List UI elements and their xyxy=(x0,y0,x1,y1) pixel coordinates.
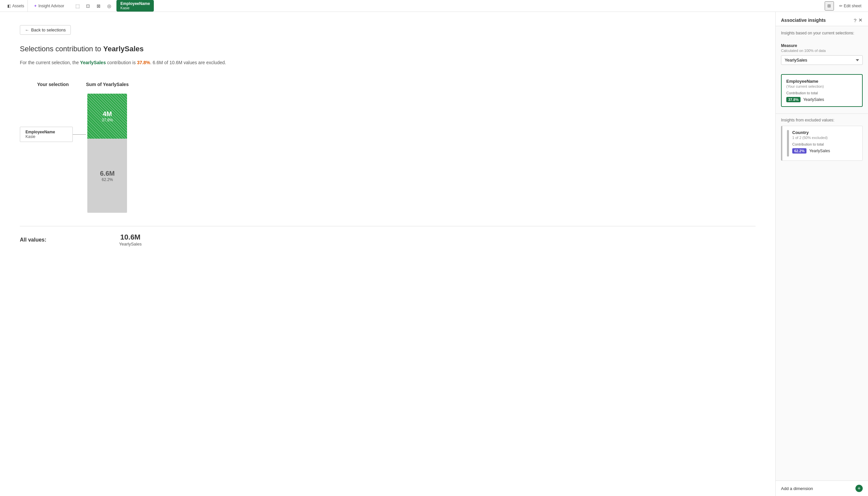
edit-sheet-btn[interactable]: ✏ Edit sheet xyxy=(837,2,864,10)
toolbar-icons: ⬚ ⊡ ⊠ ◎ xyxy=(73,1,114,11)
page-title: Selections contribution to YearlySales xyxy=(20,45,756,53)
bar-gray: 6.6M 62.2% xyxy=(87,139,127,213)
bar-gray-value: 6.6M xyxy=(100,170,114,177)
assets-label: Assets xyxy=(12,4,24,8)
bar-green: 4M 37.8% xyxy=(87,94,127,139)
country-contrib-label: Contribution to total xyxy=(792,142,858,146)
all-values-section: All values: 10.6M YearlySales xyxy=(20,226,756,247)
country-card-title: Country xyxy=(792,130,858,135)
assets-icon: ◧ xyxy=(7,4,11,8)
panel-measure-label: Measure xyxy=(781,43,863,48)
subtitle-pct: 37.8% xyxy=(137,60,150,65)
bar-container: 4M 37.8% 6.6M 62.2% xyxy=(87,94,127,213)
employee-contrib-row: 37.8% YearlySales xyxy=(786,97,857,102)
circle-tool-btn[interactable]: ◎ xyxy=(105,1,114,11)
employee-card: EmployeeName (Your current selection) Co… xyxy=(781,74,863,107)
panel-measure-sub: Calculated on 100% of data xyxy=(781,49,863,52)
lasso-tool-btn[interactable]: ⊡ xyxy=(83,1,93,11)
employee-contrib-label: Contribution to total xyxy=(786,91,857,95)
selection-box: EmployeeName Kasie xyxy=(20,127,73,142)
subtitle-prefix: For the current selection, the xyxy=(20,60,80,65)
connector xyxy=(73,134,86,135)
employee-card-subtitle: (Your current selection) xyxy=(786,84,857,88)
insight-label: Insight Advisor xyxy=(38,4,64,8)
chart-right-label: Sum of YearlySales xyxy=(86,82,129,87)
add-dimension-btn[interactable]: + xyxy=(855,485,863,492)
panel-measure-section: Measure Calculated on 100% of data Yearl… xyxy=(776,43,868,69)
all-values-num: 10.6M xyxy=(119,233,142,242)
employee-badge: 37.8% xyxy=(786,97,801,102)
topbar: ◧ Assets ✦ Insight Advisor ⬚ ⊡ ⊠ ◎ Emplo… xyxy=(0,0,868,12)
country-badge-label: YearlySales xyxy=(809,149,830,153)
bar-gray-pct: 62.2% xyxy=(101,177,113,182)
bar-green-value: 4M xyxy=(103,110,112,118)
excluded-title: Insights from excluded values: xyxy=(781,118,863,122)
panel-header: Associative insights ? ✕ xyxy=(776,12,868,26)
selection-field: EmployeeName xyxy=(26,130,67,134)
country-card-subtitle: 1 of 2 (50% excluded) xyxy=(792,136,858,140)
grid-view-btn[interactable]: ⊞ xyxy=(825,1,834,11)
subtitle-measure: YearlySales xyxy=(80,60,106,65)
edit-sheet-label: Edit sheet xyxy=(844,4,862,8)
panel-header-icons: ? ✕ xyxy=(854,17,863,23)
tab-title: EmployeeName xyxy=(121,1,150,6)
country-contrib-row: 62.2% YearlySales xyxy=(792,148,858,154)
back-to-selections-btn[interactable]: ← Back to selections xyxy=(20,25,71,35)
right-panel: Associative insights ? ✕ Insights based … xyxy=(775,12,868,496)
insight-icon: ✦ xyxy=(34,4,37,8)
pencil-icon: ✏ xyxy=(839,4,842,8)
add-dimension-label: Add a dimension xyxy=(781,486,813,491)
panel-insights-subtitle: Insights based on your current selection… xyxy=(781,31,863,35)
range-tool-btn[interactable]: ⊠ xyxy=(94,1,103,11)
subtitle: For the current selection, the YearlySal… xyxy=(20,60,756,65)
chart-right: Sum of YearlySales 4M 37.8% 6.6M 62.2% xyxy=(86,82,129,213)
all-values-sub: YearlySales xyxy=(119,242,142,247)
country-badge: 62.2% xyxy=(792,148,806,154)
all-values-label: All values: xyxy=(20,237,46,243)
select-tool-btn[interactable]: ⬚ xyxy=(73,1,82,11)
panel-insights-subtitle-section: Insights based on your current selection… xyxy=(776,26,868,43)
panel-title: Associative insights xyxy=(781,17,826,23)
employee-card-title: EmployeeName xyxy=(786,79,857,84)
subtitle-suffix: . 6.6M of 10.6M values are excluded. xyxy=(150,60,226,65)
panel-employee-card-section: EmployeeName (Your current selection) Co… xyxy=(776,69,868,112)
measure-select[interactable]: YearlySales xyxy=(781,55,863,65)
panel-help-btn[interactable]: ? xyxy=(854,17,856,23)
employee-tab[interactable]: EmployeeName Kasie xyxy=(116,0,154,12)
all-values-data: 10.6M YearlySales xyxy=(119,233,142,247)
excluded-section: Insights from excluded values: Country 1… xyxy=(776,115,868,169)
chart-left-label: Your selection xyxy=(37,82,68,87)
title-measure: YearlySales xyxy=(103,45,144,53)
back-btn-label: Back to selections xyxy=(31,28,66,32)
selection-value: Kasie xyxy=(26,134,67,139)
bar-green-pct: 37.8% xyxy=(101,118,113,122)
main-layout: ← Back to selections Selections contribu… xyxy=(0,12,868,496)
panel-close-btn[interactable]: ✕ xyxy=(858,17,863,23)
insight-advisor-tab[interactable]: ✦ Insight Advisor xyxy=(30,0,67,12)
subtitle-middle: contribution is xyxy=(106,60,137,65)
country-card: Country 1 of 2 (50% excluded) Contributi… xyxy=(781,126,863,161)
chart-section: Your selection EmployeeName Kasie Sum of… xyxy=(20,82,756,213)
employee-badge-label: YearlySales xyxy=(803,97,824,102)
assets-tab[interactable]: ◧ Assets xyxy=(4,0,28,12)
title-prefix: Selections contribution to xyxy=(20,45,103,53)
content-area: ← Back to selections Selections contribu… xyxy=(0,12,775,496)
back-arrow-icon: ← xyxy=(25,28,29,32)
tab-sub: Kasie xyxy=(121,6,150,10)
add-dimension-row[interactable]: Add a dimension + xyxy=(776,480,868,496)
panel-divider xyxy=(776,113,868,114)
topbar-right: ⊞ ✏ Edit sheet xyxy=(825,1,864,11)
